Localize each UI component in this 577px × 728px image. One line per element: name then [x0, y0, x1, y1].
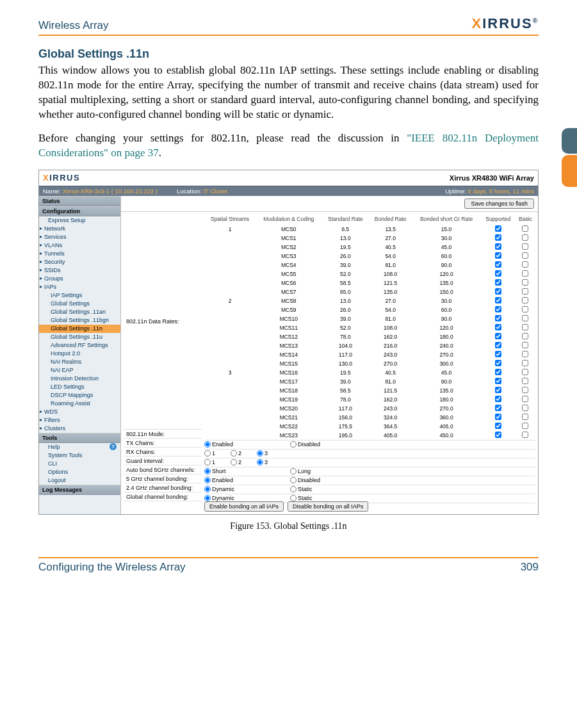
- supported-checkbox[interactable]: [495, 387, 501, 393]
- basic-checkbox[interactable]: [522, 225, 528, 232]
- supported-checkbox[interactable]: [495, 252, 501, 259]
- supported-checkbox[interactable]: [495, 288, 501, 295]
- supported-checkbox[interactable]: [495, 243, 501, 250]
- sidebar-item[interactable]: Filters: [39, 416, 120, 425]
- sb-config-hdr[interactable]: Configuration: [39, 206, 120, 216]
- sidebar-item[interactable]: Security: [39, 258, 120, 266]
- supported-checkbox[interactable]: [495, 405, 501, 411]
- radio-option[interactable]: [204, 468, 211, 474]
- sidebar-item[interactable]: Options: [39, 468, 120, 476]
- basic-checkbox[interactable]: [522, 423, 528, 429]
- sidebar-item[interactable]: IAPs: [39, 283, 120, 291]
- sidebar-item[interactable]: Global Settings .11n: [39, 325, 120, 333]
- basic-checkbox[interactable]: [522, 234, 528, 241]
- supported-checkbox[interactable]: [495, 297, 501, 303]
- supported-checkbox[interactable]: [495, 261, 501, 268]
- supported-checkbox[interactable]: [495, 324, 501, 330]
- supported-checkbox[interactable]: [495, 414, 501, 420]
- sidebar-item[interactable]: Services: [39, 233, 120, 241]
- basic-checkbox[interactable]: [522, 414, 528, 420]
- supported-checkbox[interactable]: [495, 432, 501, 438]
- sidebar-item[interactable]: Global Settings .11u: [39, 333, 120, 341]
- basic-checkbox[interactable]: [522, 270, 528, 277]
- disable-bonding-button[interactable]: Disable bonding on all IAPs: [288, 501, 368, 512]
- save-button[interactable]: Save changes to flash: [464, 198, 534, 209]
- sidebar-item[interactable]: Advanced RF Settings: [39, 341, 120, 350]
- radio-option[interactable]: [257, 450, 263, 457]
- sidebar-item[interactable]: NAI Realms: [39, 358, 120, 366]
- basic-checkbox[interactable]: [522, 279, 528, 286]
- basic-checkbox[interactable]: [522, 261, 528, 268]
- radio-option[interactable]: [204, 441, 211, 448]
- basic-checkbox[interactable]: [522, 360, 528, 366]
- radio-option[interactable]: [204, 450, 211, 457]
- radio-option[interactable]: [204, 477, 211, 483]
- supported-checkbox[interactable]: [495, 279, 501, 286]
- sidebar-item[interactable]: Network: [39, 225, 120, 233]
- basic-checkbox[interactable]: [522, 297, 528, 303]
- basic-checkbox[interactable]: [522, 306, 528, 312]
- supported-checkbox[interactable]: [495, 315, 501, 321]
- sidebar-item[interactable]: Global Settings .11bgn: [39, 316, 120, 325]
- basic-checkbox[interactable]: [522, 432, 528, 438]
- radio-option[interactable]: [257, 459, 263, 465]
- sidebar-item[interactable]: WDS: [39, 408, 120, 416]
- radio-option[interactable]: [204, 486, 211, 492]
- radio-option[interactable]: [290, 486, 297, 492]
- sidebar-item[interactable]: Global Settings: [39, 300, 120, 308]
- basic-checkbox[interactable]: [522, 252, 528, 259]
- sidebar-item[interactable]: Intrusion Detection: [39, 375, 120, 383]
- supported-checkbox[interactable]: [495, 423, 501, 429]
- sidebar-item[interactable]: CLI: [39, 460, 120, 468]
- sidebar-item[interactable]: System Tools: [39, 451, 120, 460]
- basic-checkbox[interactable]: [522, 396, 528, 402]
- sidebar-item[interactable]: NAI EAP: [39, 366, 120, 375]
- radio-option[interactable]: [290, 441, 297, 448]
- radio-option[interactable]: [204, 459, 211, 465]
- basic-checkbox[interactable]: [522, 405, 528, 411]
- supported-checkbox[interactable]: [495, 342, 501, 348]
- sb-status-hdr[interactable]: Status: [39, 196, 120, 206]
- sidebar-item[interactable]: Roaming Assist: [39, 400, 120, 408]
- enable-bonding-button[interactable]: Enable bonding on all IAPs: [204, 501, 284, 512]
- sidebar-item[interactable]: IAP Settings: [39, 291, 120, 300]
- sidebar-item[interactable]: Groups: [39, 275, 120, 283]
- radio-option[interactable]: [231, 459, 237, 465]
- supported-checkbox[interactable]: [495, 270, 501, 277]
- sidebar-item[interactable]: Help: [39, 443, 120, 451]
- radio-option[interactable]: [290, 477, 297, 483]
- basic-checkbox[interactable]: [522, 315, 528, 321]
- basic-checkbox[interactable]: [522, 324, 528, 330]
- supported-checkbox[interactable]: [495, 396, 501, 402]
- supported-checkbox[interactable]: [495, 234, 501, 241]
- supported-checkbox[interactable]: [495, 378, 501, 384]
- supported-checkbox[interactable]: [495, 333, 501, 339]
- basic-checkbox[interactable]: [522, 243, 528, 250]
- supported-checkbox[interactable]: [495, 351, 501, 357]
- sidebar-item[interactable]: Tunnels: [39, 250, 120, 258]
- sb-log-hdr[interactable]: Log Messages: [39, 485, 120, 495]
- basic-checkbox[interactable]: [522, 387, 528, 393]
- sidebar-item[interactable]: Logout: [39, 476, 120, 485]
- sb-tools-hdr[interactable]: Tools: [39, 433, 120, 443]
- radio-option[interactable]: [231, 450, 237, 457]
- radio-option[interactable]: [290, 468, 297, 474]
- supported-checkbox[interactable]: [495, 306, 501, 312]
- sidebar-item[interactable]: Clusters: [39, 425, 120, 433]
- sidebar-item[interactable]: Global Settings .11an: [39, 308, 120, 316]
- sidebar-item[interactable]: VLANs: [39, 241, 120, 250]
- sidebar-item[interactable]: Express Setup: [39, 216, 120, 225]
- sidebar-item[interactable]: DSCP Mappings: [39, 391, 120, 400]
- basic-checkbox[interactable]: [522, 378, 528, 384]
- sidebar-item[interactable]: SSIDs: [39, 266, 120, 275]
- basic-checkbox[interactable]: [522, 351, 528, 357]
- basic-checkbox[interactable]: [522, 369, 528, 375]
- basic-checkbox[interactable]: [522, 342, 528, 348]
- sidebar-item[interactable]: LED Settings: [39, 383, 120, 391]
- supported-checkbox[interactable]: [495, 369, 501, 375]
- supported-checkbox[interactable]: [495, 225, 501, 232]
- basic-checkbox[interactable]: [522, 288, 528, 295]
- supported-checkbox[interactable]: [495, 360, 501, 366]
- sidebar-item[interactable]: Hotspot 2.0: [39, 350, 120, 358]
- basic-checkbox[interactable]: [522, 333, 528, 339]
